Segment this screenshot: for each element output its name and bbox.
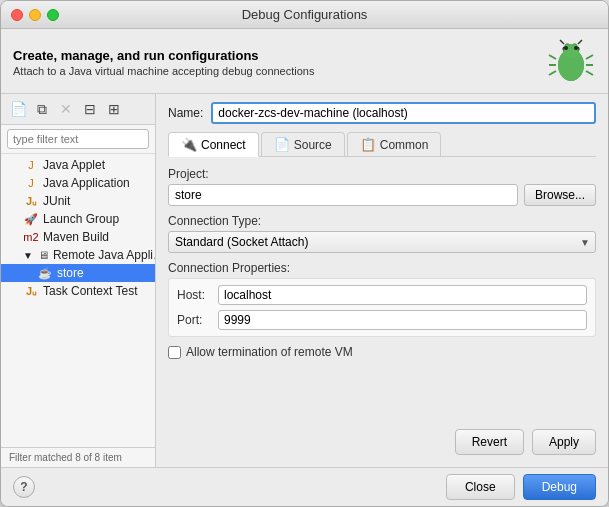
minimize-traffic-light[interactable] xyxy=(29,9,41,21)
svg-line-16 xyxy=(560,40,564,44)
titlebar: Debug Configurations xyxy=(1,1,608,29)
remote-java-arrow: ▼ xyxy=(23,250,33,261)
traffic-lights xyxy=(11,9,59,21)
svg-line-5 xyxy=(586,55,593,59)
tree-item-store-label: store xyxy=(57,266,84,280)
svg-line-17 xyxy=(578,40,582,44)
new-config-button[interactable]: 📄 xyxy=(7,98,29,120)
tree-item-java-app-label: Java Application xyxy=(43,176,130,190)
tree-item-store[interactable]: ☕ store xyxy=(1,264,155,282)
connection-type-select-wrap: Standard (Socket Attach) Socket Listen ▼ xyxy=(168,231,596,253)
filter-input[interactable] xyxy=(7,129,149,149)
tree-item-junit[interactable]: Jᵤ JUnit xyxy=(1,192,155,210)
action-buttons-row: Revert Apply xyxy=(168,421,596,459)
filter-config-button[interactable]: ⊟ xyxy=(79,98,101,120)
bug-icon xyxy=(546,37,596,87)
connection-type-label: Connection Type: xyxy=(168,214,596,228)
tab-source-label: Source xyxy=(294,138,332,152)
common-tab-icon: 📋 xyxy=(360,137,376,152)
remote-java-icon: 🖥 xyxy=(38,249,49,261)
left-panel: 📄 ⧉ ✕ ⊟ ⊞ J Java Applet J Java xyxy=(1,94,156,467)
connection-props-box: Host: Port: xyxy=(168,278,596,337)
task-context-icon: Jᵤ xyxy=(23,285,39,298)
project-label: Project: xyxy=(168,167,596,181)
project-row: Project: Browse... xyxy=(168,167,596,206)
store-icon: ☕ xyxy=(37,267,53,280)
tree-item-maven-label: Maven Build xyxy=(43,230,109,244)
debug-button[interactable]: Debug xyxy=(523,474,596,500)
host-label: Host: xyxy=(177,288,212,302)
config-name-input[interactable] xyxy=(211,102,596,124)
project-input[interactable] xyxy=(168,184,518,206)
tree-item-java-app[interactable]: J Java Application xyxy=(1,174,155,192)
host-row: Host: xyxy=(177,285,587,305)
left-footer: Filter matched 8 of 8 item xyxy=(1,447,155,467)
source-tab-icon: 📄 xyxy=(274,137,290,152)
footer-buttons: Close Debug xyxy=(446,474,596,500)
java-applet-icon: J xyxy=(23,159,39,171)
tab-common-label: Common xyxy=(380,138,429,152)
junit-icon: Jᵤ xyxy=(23,195,39,208)
tab-connect[interactable]: 🔌 Connect xyxy=(168,132,259,157)
maven-icon: m2 xyxy=(23,231,39,243)
connection-props-label: Connection Properties: xyxy=(168,261,596,275)
main-body: 📄 ⧉ ✕ ⊟ ⊞ J Java Applet J Java xyxy=(1,94,608,467)
svg-point-14 xyxy=(564,46,568,50)
name-label: Name: xyxy=(168,106,203,120)
termination-checkbox-row: Allow termination of remote VM xyxy=(168,345,596,359)
tree-item-task-context[interactable]: Jᵤ Task Context Test xyxy=(1,282,155,300)
port-input[interactable] xyxy=(218,310,587,330)
port-label: Port: xyxy=(177,313,212,327)
java-app-icon: J xyxy=(23,177,39,189)
content: 📄 ⧉ ✕ ⊟ ⊞ J Java Applet J Java xyxy=(1,94,608,467)
tree-item-java-applet-label: Java Applet xyxy=(43,158,105,172)
header: Create, manage, and run configurations A… xyxy=(1,29,608,94)
tree-item-launch-group[interactable]: 🚀 Launch Group xyxy=(1,210,155,228)
tab-source[interactable]: 📄 Source xyxy=(261,132,345,156)
right-panel: Name: 🔌 Connect 📄 Source 📋 Comm xyxy=(156,94,608,467)
toolbar: 📄 ⧉ ✕ ⊟ ⊞ xyxy=(1,94,155,125)
connection-properties-section: Connection Properties: Host: Port: xyxy=(168,261,596,337)
tree-item-task-context-label: Task Context Test xyxy=(43,284,138,298)
port-row: Port: xyxy=(177,310,587,330)
connect-tab-icon: 🔌 xyxy=(181,137,197,152)
svg-point-15 xyxy=(574,46,578,50)
tree-item-launch-group-label: Launch Group xyxy=(43,212,119,226)
header-title: Create, manage, and run configurations xyxy=(13,48,314,63)
filter-status: Filter matched 8 of 8 item xyxy=(9,452,122,463)
svg-line-7 xyxy=(586,71,593,75)
termination-checkbox[interactable] xyxy=(168,346,181,359)
delete-config-button[interactable]: ✕ xyxy=(55,98,77,120)
debug-configurations-window: Debug Configurations Create, manage, and… xyxy=(0,0,609,507)
form-area: Project: Browse... Connection Type: Stan… xyxy=(168,167,596,421)
host-input[interactable] xyxy=(218,285,587,305)
help-button[interactable]: ? xyxy=(13,476,35,498)
close-button[interactable]: Close xyxy=(446,474,515,500)
header-text: Create, manage, and run configurations A… xyxy=(13,48,314,77)
revert-button[interactable]: Revert xyxy=(455,429,524,455)
maximize-traffic-light[interactable] xyxy=(47,9,59,21)
tree-item-remote-java-label: Remote Java Appli… xyxy=(53,248,155,262)
svg-line-4 xyxy=(549,71,556,75)
name-row: Name: xyxy=(168,102,596,124)
connection-type-select[interactable]: Standard (Socket Attach) Socket Listen xyxy=(168,231,596,253)
header-subtitle: Attach to a Java virtual machine accepti… xyxy=(13,65,314,77)
browse-button[interactable]: Browse... xyxy=(524,184,596,206)
window-title: Debug Configurations xyxy=(242,7,368,22)
launch-group-icon: 🚀 xyxy=(23,213,39,226)
tree-item-junit-label: JUnit xyxy=(43,194,70,208)
configuration-tabs: 🔌 Connect 📄 Source 📋 Common xyxy=(168,132,596,157)
termination-checkbox-label: Allow termination of remote VM xyxy=(186,345,353,359)
tree-item-remote-java[interactable]: ▼ 🖥 Remote Java Appli… xyxy=(1,246,155,264)
tree-item-java-applet[interactable]: J Java Applet xyxy=(1,156,155,174)
duplicate-config-button[interactable]: ⧉ xyxy=(31,98,53,120)
collapse-all-button[interactable]: ⊞ xyxy=(103,98,125,120)
connection-type-row: Connection Type: Standard (Socket Attach… xyxy=(168,214,596,253)
filter-box xyxy=(1,125,155,154)
tab-connect-label: Connect xyxy=(201,138,246,152)
config-tree: J Java Applet J Java Application Jᵤ JUni… xyxy=(1,154,155,447)
tab-common[interactable]: 📋 Common xyxy=(347,132,442,156)
tree-item-maven[interactable]: m2 Maven Build xyxy=(1,228,155,246)
apply-button[interactable]: Apply xyxy=(532,429,596,455)
close-traffic-light[interactable] xyxy=(11,9,23,21)
